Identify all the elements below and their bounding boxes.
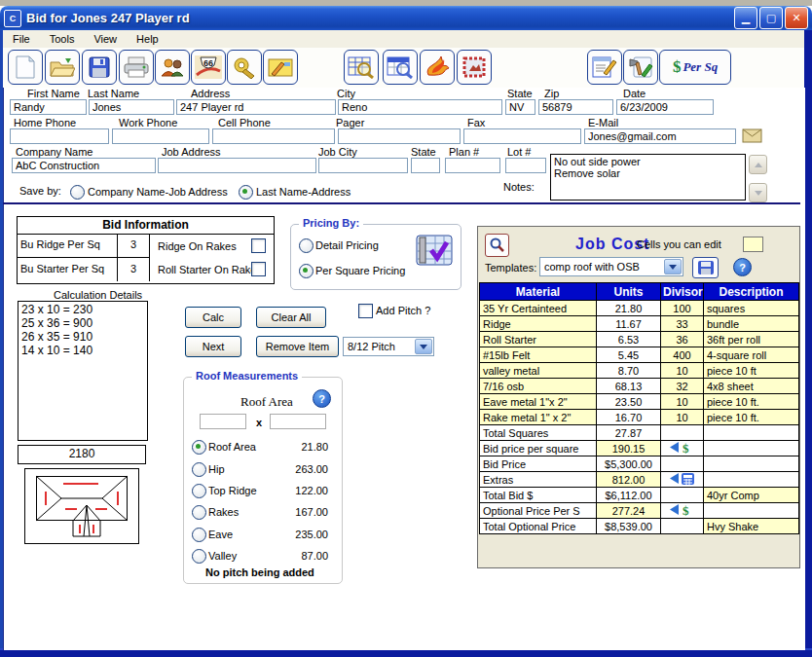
job-cost-search-button[interactable] <box>485 234 509 257</box>
email-input[interactable] <box>584 128 736 144</box>
description-cell[interactable]: 36ft per roll <box>704 332 799 347</box>
calc-button[interactable]: Calc <box>185 307 241 328</box>
roof-length-input[interactable] <box>270 414 326 429</box>
templates-dropdown[interactable]: comp roof with OSB <box>539 257 683 276</box>
description-cell[interactable]: bundle <box>704 316 799 332</box>
remove-item-button[interactable]: Remove Item <box>256 336 339 357</box>
divisor-cell[interactable]: 10 <box>661 410 704 425</box>
state-input[interactable] <box>505 99 535 115</box>
home-phone-input[interactable] <box>10 128 109 144</box>
job-state-input[interactable] <box>411 158 440 173</box>
clear-all-button[interactable]: Clear All <box>256 307 326 328</box>
units-cell[interactable]: 812.00 <box>597 472 661 488</box>
settings-button[interactable] <box>227 50 262 85</box>
send-email-button[interactable] <box>742 128 762 145</box>
plan-input[interactable] <box>445 158 500 173</box>
roof-help-icon[interactable]: ? <box>313 389 331 408</box>
pitch-dropdown[interactable]: 8/12 Pitch <box>343 337 434 356</box>
dropdown-arrow-icon[interactable] <box>415 339 432 354</box>
last-name-input[interactable] <box>89 99 174 115</box>
material-cell[interactable]: Eave metal 1"x 2" <box>480 394 597 410</box>
save-template-button[interactable] <box>692 257 719 278</box>
bu-ridge-value[interactable]: 3 <box>118 234 150 258</box>
menu-file[interactable]: File <box>3 31 40 47</box>
divisor-cell[interactable]: $ <box>661 503 704 519</box>
save-by-lastname-radio[interactable] <box>239 185 253 200</box>
eave-radio[interactable] <box>192 528 206 542</box>
description-cell[interactable]: piece 10 ft <box>704 363 799 379</box>
flame-button[interactable] <box>420 50 455 85</box>
menu-help[interactable]: Help <box>127 31 168 47</box>
stamp-button[interactable] <box>457 50 492 85</box>
bu-starter-value[interactable]: 3 <box>118 258 150 281</box>
material-cell[interactable]: Rake metal 1" x 2" <box>480 410 597 425</box>
divisor-cell[interactable] <box>661 472 704 488</box>
units-cell[interactable]: 190.15 <box>597 441 661 456</box>
divisor-cell[interactable]: 100 <box>661 301 704 316</box>
description-cell[interactable]: squares <box>704 301 799 316</box>
ridge-on-rakes-checkbox[interactable] <box>251 238 266 253</box>
divisor-cell[interactable]: 10 <box>661 394 704 410</box>
notes-textarea[interactable]: No out side power Remove solar <box>550 154 746 201</box>
notes-scroll-down-button[interactable] <box>749 183 767 202</box>
roof-width-input[interactable] <box>200 414 246 429</box>
pager-input[interactable] <box>338 128 461 144</box>
cell-phone-input[interactable] <box>212 128 335 144</box>
material-cell[interactable]: #15lb Felt <box>480 347 597 363</box>
description-cell[interactable]: Hvy Shake <box>704 519 799 534</box>
detail-pricing-radio[interactable] <box>299 238 314 253</box>
description-cell[interactable]: 40yr Comp <box>704 488 799 503</box>
divisor-cell[interactable]: $ <box>661 441 704 456</box>
tools-editor-button[interactable] <box>623 50 658 85</box>
contacts-button[interactable] <box>155 50 190 85</box>
rakes-radio[interactable] <box>192 505 206 520</box>
report-editor-button[interactable] <box>587 50 622 85</box>
calendar-search-button[interactable] <box>383 50 418 85</box>
fax-input[interactable] <box>463 128 581 144</box>
open-button[interactable] <box>45 50 80 85</box>
units-cell[interactable]: 277.24 <box>597 503 661 519</box>
roll-starter-on-rakes-checkbox[interactable] <box>251 262 266 276</box>
menu-view[interactable]: View <box>84 31 127 47</box>
divisor-cell[interactable]: 36 <box>661 332 704 347</box>
material-cell[interactable]: 7/16 osb <box>480 379 597 394</box>
lot-input[interactable] <box>505 158 546 173</box>
per-square-pricing-radio[interactable] <box>299 264 314 278</box>
print-button[interactable] <box>119 50 154 85</box>
next-button[interactable]: Next <box>185 336 241 357</box>
menu-tools[interactable]: Tools <box>40 31 85 47</box>
material-cell[interactable]: 35 Yr Certainteed <box>480 301 597 316</box>
title-bar[interactable]: C Bid for Jones 247 Player rd ▁ ▢ ✕ <box>0 6 812 30</box>
first-name-input[interactable] <box>10 99 87 115</box>
material-cell[interactable]: valley metal <box>480 363 597 379</box>
material-cell[interactable]: Roll Starter <box>480 332 597 347</box>
notes-scroll-up-button[interactable] <box>749 155 767 174</box>
divisor-cell[interactable]: 32 <box>661 379 704 394</box>
job-address-input[interactable] <box>158 158 316 173</box>
route-66-button[interactable]: 66 <box>191 50 226 85</box>
valley-radio[interactable] <box>192 549 206 564</box>
description-cell[interactable]: 4x8 sheet <box>704 379 799 394</box>
zip-input[interactable] <box>538 99 613 115</box>
address-input[interactable] <box>176 99 336 115</box>
company-name-input[interactable] <box>12 158 156 173</box>
pricing-sheet-button[interactable] <box>416 235 453 268</box>
add-pitch-checkbox[interactable] <box>358 304 373 318</box>
maximize-button[interactable]: ▢ <box>759 7 783 29</box>
note-editor-button[interactable] <box>263 50 298 85</box>
save-button[interactable] <box>82 50 117 85</box>
city-input[interactable] <box>338 99 502 115</box>
hip-radio[interactable] <box>192 462 206 477</box>
job-city-input[interactable] <box>318 158 408 173</box>
calculation-details-list[interactable]: 23 x 10 = 230 25 x 36 = 900 26 x 35 = 91… <box>18 301 148 441</box>
dropdown-arrow-icon[interactable] <box>664 259 682 274</box>
material-cell[interactable]: Ridge <box>480 316 597 332</box>
grid-search-button[interactable] <box>344 50 379 85</box>
minimize-button[interactable]: ▁ <box>734 7 757 29</box>
work-phone-input[interactable] <box>112 128 209 144</box>
divisor-cell[interactable]: 10 <box>661 363 704 379</box>
description-cell[interactable]: piece 10 ft. <box>704 394 799 410</box>
close-button[interactable]: ✕ <box>785 7 808 29</box>
new-document-button[interactable] <box>8 50 43 85</box>
price-per-square-button[interactable]: $ Per Sq <box>659 50 731 85</box>
